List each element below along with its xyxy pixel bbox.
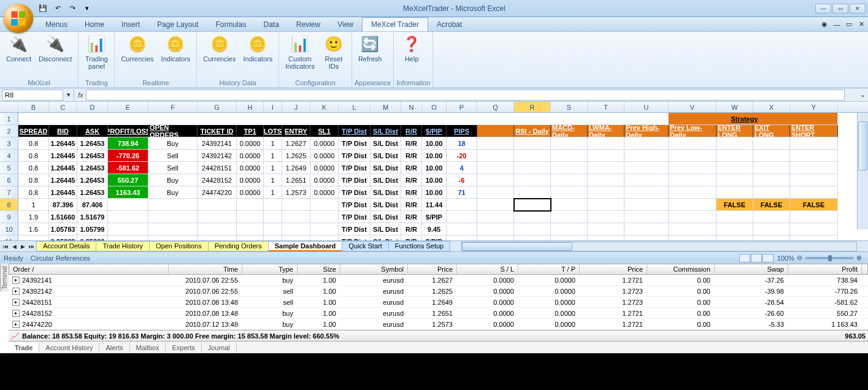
- cell-P4[interactable]: -20: [447, 150, 477, 162]
- mt-order-row[interactable]: ▸244281512010.07.08 13:48sell1.00eurusd1…: [9, 297, 868, 308]
- menu-page-layout[interactable]: Page Layout: [148, 18, 207, 31]
- cell-J10[interactable]: [282, 223, 310, 235]
- minimize-button[interactable]: —: [815, 4, 831, 13]
- cell-Q9[interactable]: [477, 211, 514, 223]
- save-icon[interactable]: 💾: [37, 2, 49, 15]
- cell-L8[interactable]: T/P Dist: [339, 199, 371, 211]
- cell-V7[interactable]: [669, 186, 716, 199]
- cell-I7[interactable]: 1: [264, 186, 282, 199]
- cell-I6[interactable]: 1: [264, 174, 282, 186]
- cell-D4[interactable]: 1.26453: [77, 150, 108, 162]
- cell-Y7[interactable]: [790, 186, 838, 199]
- cell-W9[interactable]: [716, 211, 753, 223]
- header-lwma-daily[interactable]: LWMA-Daily: [588, 125, 624, 137]
- col-header-F[interactable]: F: [148, 102, 198, 112]
- horizontal-scrollbar[interactable]: [461, 242, 857, 251]
- cell-C11[interactable]: 0.85288: [49, 235, 77, 240]
- cell-D9[interactable]: 1.51679: [77, 211, 108, 223]
- cell-D11[interactable]: 0.85302: [77, 235, 108, 240]
- ribbon-currencies-button[interactable]: 🪙Currencies: [199, 33, 239, 78]
- cell-C4[interactable]: 1.26445: [49, 150, 77, 162]
- cell-H7[interactable]: 0.0000: [237, 186, 264, 199]
- col-header-P[interactable]: P: [447, 102, 477, 112]
- cell-G9[interactable]: [198, 211, 237, 223]
- cell-I9[interactable]: [264, 211, 282, 223]
- col-header-G[interactable]: G: [198, 102, 237, 112]
- col-header-W[interactable]: W: [716, 102, 753, 112]
- vertical-scrollbar[interactable]: [857, 113, 868, 229]
- cell-R11[interactable]: [514, 235, 551, 240]
- close-win-icon[interactable]: ✕: [856, 20, 867, 29]
- cell-X3[interactable]: [753, 137, 790, 150]
- cell-S8[interactable]: [551, 199, 588, 211]
- cell-W6[interactable]: [716, 174, 753, 186]
- formula-input[interactable]: [86, 90, 845, 101]
- header-blank[interactable]: [477, 125, 514, 137]
- col-header-B[interactable]: B: [18, 102, 49, 112]
- cell-U8[interactable]: [624, 199, 669, 211]
- cell-T4[interactable]: [588, 150, 624, 162]
- cell-S11[interactable]: [551, 235, 588, 240]
- cell-N5[interactable]: R/R: [401, 162, 422, 174]
- cell-C10[interactable]: 1.05783: [49, 223, 77, 235]
- cell-G8[interactable]: [198, 199, 237, 211]
- cell-B9[interactable]: 1.9: [18, 211, 49, 223]
- cell-C7[interactable]: 1.26445: [49, 186, 77, 199]
- mt-tab-alerts[interactable]: Alerts: [99, 343, 129, 353]
- mt-order-row[interactable]: ▸243921422010.07.06 22:55sell1.00eurusd1…: [9, 286, 868, 297]
- cell-T8[interactable]: [588, 199, 624, 211]
- cell-X9[interactable]: [753, 211, 790, 223]
- col-header-E[interactable]: E: [108, 102, 148, 112]
- ribbon-reset-ids-button[interactable]: 🙂ResetIDs: [318, 33, 349, 78]
- sheet-nav-prev-icon[interactable]: ◀: [10, 243, 18, 250]
- cell-L10[interactable]: T/P Dist: [339, 223, 371, 235]
- menu-insert[interactable]: Insert: [113, 18, 148, 31]
- cell-I11[interactable]: [264, 235, 282, 240]
- cell-Y3[interactable]: [790, 137, 838, 150]
- cell-I3[interactable]: 1: [264, 137, 282, 150]
- cell-N7[interactable]: R/R: [401, 186, 422, 199]
- cell-K6[interactable]: 0.0000: [310, 174, 339, 186]
- cell-R4[interactable]: [514, 150, 551, 162]
- cell-H5[interactable]: 0.0000: [237, 162, 264, 174]
- header-s-l-dist[interactable]: S/L Dist: [371, 125, 401, 137]
- cell-C9[interactable]: 1.51660: [49, 211, 77, 223]
- cell-F3[interactable]: Buy: [148, 137, 198, 150]
- cell-V9[interactable]: [669, 211, 716, 223]
- mt-tab-trade[interactable]: Trade: [9, 343, 39, 353]
- cell-G11[interactable]: [198, 235, 237, 240]
- mt-header-symbol[interactable]: Symbol: [340, 264, 408, 274]
- cell-H11[interactable]: [237, 235, 264, 240]
- cell-U10[interactable]: [624, 223, 669, 235]
- cell-J5[interactable]: 1.2649: [282, 162, 310, 174]
- mt-header-t-p[interactable]: T / P: [518, 264, 580, 274]
- cell-S9[interactable]: [551, 211, 588, 223]
- cell-D10[interactable]: 1.05799: [77, 223, 108, 235]
- cell-S5[interactable]: [551, 162, 588, 174]
- col-header-I[interactable]: I: [264, 102, 282, 112]
- cell-M8[interactable]: S/L Dist: [371, 199, 401, 211]
- cell-L7[interactable]: T/P Dist: [339, 186, 371, 199]
- header-r-r[interactable]: R/R: [401, 125, 422, 137]
- cell-E10[interactable]: [108, 223, 148, 235]
- cell-V8[interactable]: [669, 199, 716, 211]
- cell-O4[interactable]: 10.00: [422, 150, 447, 162]
- cell-K5[interactable]: 0.0000: [310, 162, 339, 174]
- cell-C3[interactable]: 1.26445: [49, 137, 77, 150]
- cell-G7[interactable]: 24474220: [198, 186, 237, 199]
- header-exit-long[interactable]: EXIT LONG: [753, 125, 790, 137]
- cell-Q6[interactable]: [477, 174, 514, 186]
- cell-J7[interactable]: 1.2573: [282, 186, 310, 199]
- fx-icon[interactable]: fx: [75, 91, 86, 99]
- header-ask[interactable]: ASK: [77, 125, 108, 137]
- header-lots[interactable]: LOTS: [264, 125, 282, 137]
- cell-B3[interactable]: 0.8: [18, 137, 49, 150]
- mt-tab-experts[interactable]: Experts: [166, 343, 201, 353]
- zoom-level[interactable]: 100%: [777, 254, 794, 262]
- cell-X5[interactable]: [753, 162, 790, 174]
- cell-W10[interactable]: [716, 223, 753, 235]
- cell-L5[interactable]: T/P Dist: [339, 162, 371, 174]
- row-header-3[interactable]: 3: [0, 137, 18, 150]
- header-t-p-dist[interactable]: T/P Dist: [339, 125, 371, 137]
- col-header-N[interactable]: N: [401, 102, 422, 112]
